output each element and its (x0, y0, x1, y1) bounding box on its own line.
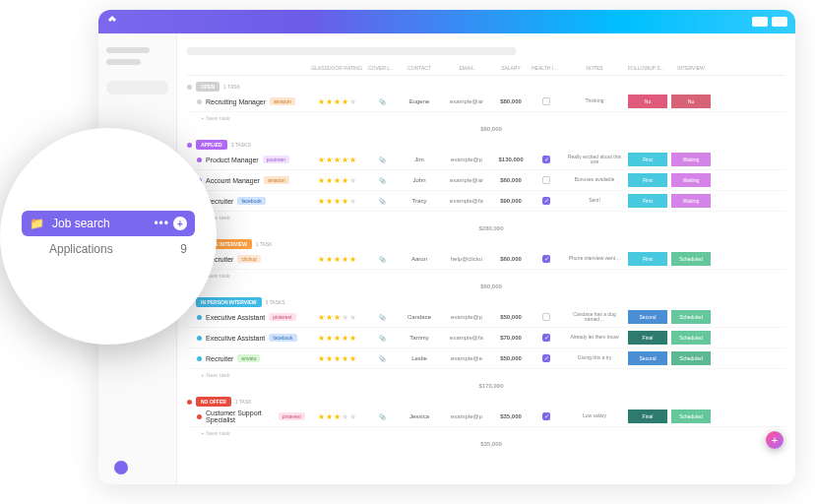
status-header[interactable]: NO OFFER1 TASK (187, 397, 785, 407)
email-cell[interactable]: example@e (443, 355, 490, 361)
star-icon: ★ (334, 313, 341, 322)
task-row[interactable]: Customer Support Specialistpinterest★★★★… (187, 407, 785, 427)
star-icon: ★ (334, 334, 341, 343)
interview-cell[interactable]: Scheduled (671, 410, 711, 423)
checkbox-checked[interactable]: ✓ (542, 197, 550, 205)
status-header[interactable]: IN PERSON INTERVIEW3 TASKS (187, 297, 785, 307)
folder-job-search[interactable]: 📁 Job search ••• + (22, 211, 195, 236)
status-header[interactable]: OPEN1 TASK (187, 82, 785, 92)
cover-letter-cell[interactable]: 📎 (368, 256, 396, 263)
checkbox-checked[interactable]: ✓ (542, 412, 550, 420)
window-controls[interactable] (752, 17, 787, 27)
company-tag[interactable]: facebook (237, 197, 265, 205)
cover-letter-cell[interactable]: 📎 (368, 198, 396, 205)
checkbox-checked[interactable]: ✓ (542, 255, 550, 263)
company-tag[interactable]: postman (263, 156, 289, 163)
cover-letter-cell[interactable]: 📎 (368, 355, 396, 362)
status-pill: APPLIED (196, 140, 227, 150)
interview-cell[interactable]: Waiting (671, 153, 711, 166)
interview-cell[interactable]: No (671, 94, 711, 108)
rating-stars[interactable]: ★★★★★ (309, 313, 364, 322)
task-row[interactable]: Product Managerpostman★★★★★📎Jimexample@p… (187, 150, 785, 170)
new-task-button[interactable]: + New task (187, 427, 785, 439)
rating-stars[interactable]: ★★★★★ (309, 255, 364, 264)
task-row[interactable]: Executive Assistantpinterest★★★★★📎Candac… (187, 307, 785, 328)
list-applications[interactable]: Applications 9 (22, 236, 195, 262)
task-row[interactable]: Recruiterfacebook★★★★★📎Tracyexample@fa$9… (187, 191, 785, 212)
interview-cell[interactable]: Scheduled (671, 310, 711, 324)
app-logo-icon (106, 13, 118, 31)
search-input[interactable] (106, 81, 168, 94)
cover-letter-cell[interactable]: 📎 (368, 335, 396, 342)
cover-letter-cell[interactable]: 📎 (368, 413, 396, 420)
status-header[interactable]: PHONE INTERVIEW1 TASK (187, 239, 785, 249)
cover-letter-cell[interactable]: 📎 (368, 98, 396, 105)
email-cell[interactable]: help@clicku (443, 256, 490, 262)
followup-cell[interactable]: First (628, 252, 667, 266)
contact-cell: Leslie (400, 355, 439, 361)
new-task-button[interactable]: + New task (187, 270, 785, 282)
company-tag[interactable]: amazon (270, 97, 295, 105)
followup-cell[interactable]: First (628, 173, 667, 187)
interview-cell[interactable]: Scheduled (671, 351, 711, 365)
company-tag[interactable]: amazon (264, 176, 289, 184)
task-row[interactable]: Recruiterenvato★★★★★📎Leslieexample@e$50,… (187, 348, 785, 369)
rating-stars[interactable]: ★★★★★ (309, 97, 364, 106)
checkbox-unchecked[interactable] (542, 176, 550, 184)
new-task-button[interactable]: + New task (187, 112, 785, 124)
followup-cell[interactable]: Final (628, 331, 667, 345)
star-icon: ★ (318, 197, 325, 206)
titlebar (98, 10, 795, 33)
cover-letter-cell[interactable]: 📎 (368, 177, 396, 184)
interview-cell[interactable]: Scheduled (671, 252, 711, 266)
followup-cell[interactable]: Final (628, 410, 667, 423)
rating-stars[interactable]: ★★★★★ (309, 176, 364, 185)
followup-cell[interactable]: Second (628, 351, 667, 365)
rating-stars[interactable]: ★★★★★ (309, 156, 364, 164)
task-row[interactable]: Recruiterclickup★★★★★📎Aaronhelp@clicku$6… (187, 249, 785, 270)
checkbox-unchecked[interactable] (542, 97, 550, 105)
email-cell[interactable]: example@ar (443, 98, 490, 104)
interview-cell[interactable]: Waiting (671, 173, 711, 187)
followup-cell[interactable]: First (628, 194, 667, 208)
interview-cell[interactable]: Scheduled (671, 331, 711, 345)
quick-create-button[interactable]: + (766, 431, 784, 449)
email-cell[interactable]: example@p (443, 413, 490, 419)
company-tag[interactable]: pinterest (279, 412, 305, 420)
salary-cell: $50,000 (494, 314, 528, 320)
email-cell[interactable]: example@ar (443, 177, 490, 183)
rating-stars[interactable]: ★★★★★ (309, 197, 364, 206)
email-cell[interactable]: example@p (443, 314, 490, 320)
email-cell[interactable]: example@p (443, 157, 490, 162)
company-tag[interactable]: clickup (237, 255, 260, 263)
rating-stars[interactable]: ★★★★★ (309, 412, 364, 421)
add-list-button[interactable]: + (173, 217, 187, 230)
new-task-button[interactable]: + New task (187, 212, 785, 223)
interview-cell[interactable]: Waiting (671, 194, 711, 208)
rating-stars[interactable]: ★★★★★ (309, 354, 364, 363)
checkbox-checked[interactable]: ✓ (542, 354, 550, 362)
task-row[interactable]: Recruiting Manageramazon★★★★★📎Eugeneexam… (187, 92, 785, 112)
checkbox-checked[interactable]: ✓ (542, 156, 550, 163)
company-tag[interactable]: pinterest (269, 313, 295, 321)
company-tag[interactable]: facebook (269, 334, 296, 342)
chat-bubble-icon[interactable] (114, 461, 128, 474)
status-header[interactable]: APPLIED3 TASKS (187, 140, 785, 150)
rating-stars[interactable]: ★★★★★ (309, 334, 364, 343)
more-icon[interactable]: ••• (154, 217, 169, 230)
cover-letter-cell[interactable]: 📎 (368, 314, 396, 321)
checkbox-unchecked[interactable] (542, 313, 550, 321)
followup-cell[interactable]: First (628, 153, 667, 166)
new-task-button[interactable]: + New task (187, 369, 785, 381)
followup-cell[interactable]: No (628, 94, 667, 108)
company-tag[interactable]: envato (237, 354, 260, 362)
checkbox-checked[interactable]: ✓ (542, 334, 550, 342)
email-cell[interactable]: example@fa (443, 335, 490, 341)
contact-cell: Tracy (400, 198, 439, 204)
followup-cell[interactable]: Second (628, 310, 667, 324)
task-row[interactable]: Executive Assistantfacebook★★★★★📎Tammyex… (187, 328, 785, 348)
email-cell[interactable]: example@fa (443, 198, 490, 204)
task-row[interactable]: Account Manageramazon★★★★★📎Johnexample@a… (187, 170, 785, 191)
group-total: $60,000 (474, 284, 508, 289)
cover-letter-cell[interactable]: 📎 (368, 157, 396, 163)
